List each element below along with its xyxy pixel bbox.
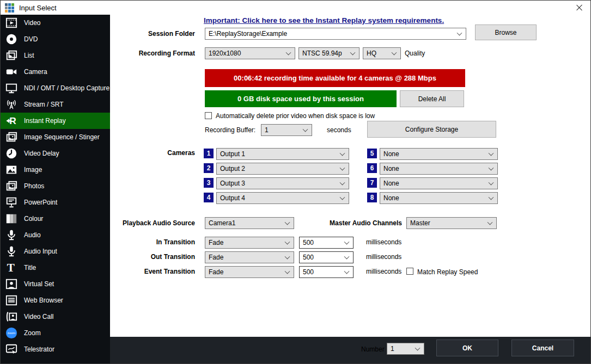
photo-stack-icon bbox=[5, 131, 19, 143]
microphone-input-icon bbox=[5, 245, 19, 257]
in-transition-effect-select[interactable]: Fade bbox=[205, 237, 294, 249]
clock-icon bbox=[5, 147, 19, 159]
event-transition-effect-select[interactable]: Fade bbox=[205, 266, 294, 278]
monitor-icon bbox=[5, 82, 19, 94]
recording-buffer-select[interactable]: 1 bbox=[261, 124, 312, 136]
cancel-button[interactable]: Cancel bbox=[511, 340, 574, 356]
event-transition-label: Event Transition bbox=[131, 268, 195, 275]
match-replay-speed-label: Match Replay Speed bbox=[417, 268, 478, 276]
svg-text:zoom: zoom bbox=[8, 331, 16, 335]
out-transition-duration-select[interactable]: 500 bbox=[299, 251, 354, 263]
svg-text:T: T bbox=[7, 262, 15, 274]
sidebar-item-video[interactable]: Video bbox=[1, 15, 110, 31]
sidebar-item-ndi-omt-desktop-capture[interactable]: NDI / OMT / Desktop Capture bbox=[1, 80, 110, 96]
browse-button[interactable]: Browse bbox=[475, 24, 537, 40]
sidebar-item-telestrator[interactable]: Telestrator bbox=[1, 341, 110, 357]
recording-buffer-units-label: seconds bbox=[327, 126, 351, 134]
delete-all-button[interactable]: Delete All bbox=[400, 90, 464, 107]
sidebar-item-video-call[interactable]: Video Call bbox=[1, 309, 110, 325]
camera-5-select[interactable]: None bbox=[380, 148, 498, 160]
camera-slot-number: 3 bbox=[204, 178, 214, 188]
camera-slot-number: 6 bbox=[367, 163, 377, 173]
window-title: Input Select bbox=[19, 4, 57, 12]
camera-slot-number: 5 bbox=[367, 149, 377, 158]
ok-button[interactable]: OK bbox=[436, 340, 498, 356]
camera-6-select[interactable]: None bbox=[380, 163, 498, 175]
quality-select[interactable]: HQ bbox=[363, 47, 401, 59]
camera-2-select[interactable]: Output 2 bbox=[216, 163, 349, 175]
number-select[interactable]: 1 bbox=[387, 343, 424, 355]
sidebar-item-zoom[interactable]: zoomZoom bbox=[1, 325, 110, 341]
title-bar: Input Select bbox=[1, 1, 590, 15]
sidebar-item-image[interactable]: Image bbox=[1, 162, 110, 178]
sidebar-item-photos[interactable]: Photos bbox=[1, 178, 110, 194]
input-select-dialog: Input Select Video DVD List Camera NDI /… bbox=[0, 0, 591, 364]
camera-icon bbox=[5, 66, 19, 78]
auto-delete-checkbox[interactable] bbox=[205, 112, 212, 119]
system-requirements-link[interactable]: Important: Click here to see the Instant… bbox=[204, 16, 444, 24]
disk-space-banner: 0 GB disk space used by this session bbox=[205, 90, 397, 107]
resolution-select[interactable]: 1920x1080 bbox=[205, 47, 295, 59]
in-transition-duration-select[interactable]: 500 bbox=[299, 237, 354, 249]
event-transition-units-label: milliseconds bbox=[366, 268, 401, 275]
recording-format-label: Recording Format bbox=[104, 50, 195, 57]
camera-slot-number: 8 bbox=[367, 193, 377, 202]
sidebar-item-audio[interactable]: Audio bbox=[1, 227, 110, 243]
vmix-grid-icon bbox=[5, 3, 14, 13]
sidebar-item-colour[interactable]: Colour bbox=[1, 211, 110, 227]
out-transition-effect-select[interactable]: Fade bbox=[205, 251, 294, 263]
sidebar-item-dvd[interactable]: DVD bbox=[1, 31, 110, 47]
photos-icon bbox=[5, 180, 19, 192]
number-label: Number bbox=[361, 346, 385, 353]
sidebar-item-camera[interactable]: Camera bbox=[1, 64, 110, 80]
camera-4-select[interactable]: Output 4 bbox=[216, 192, 349, 204]
dvd-icon bbox=[5, 33, 19, 45]
frame-rate-select[interactable]: NTSC 59.94p bbox=[298, 47, 360, 59]
microphone-icon bbox=[5, 229, 19, 241]
camera-7-select[interactable]: None bbox=[380, 177, 498, 189]
sidebar-item-list[interactable]: List bbox=[1, 47, 110, 64]
camera-slot-number: 4 bbox=[204, 193, 214, 202]
in-transition-label: In Transition bbox=[131, 238, 195, 246]
video-call-icon bbox=[5, 311, 19, 323]
list-icon bbox=[5, 50, 19, 61]
camera-1-select[interactable]: Output 1 bbox=[216, 148, 349, 160]
session-folder-select[interactable]: E:\ReplayStorage\Example bbox=[205, 28, 466, 40]
sidebar-item-video-delay[interactable]: Video Delay bbox=[1, 145, 110, 162]
configure-storage-button[interactable]: Configure Storage bbox=[367, 121, 496, 138]
master-audio-channels-label: Master Audio Channels bbox=[316, 219, 402, 227]
out-transition-units-label: milliseconds bbox=[366, 253, 401, 261]
presentation-icon bbox=[5, 196, 19, 208]
sidebar-item-web-browser[interactable]: Web Browser bbox=[1, 292, 110, 309]
sidebar-item-title[interactable]: TTitle bbox=[1, 260, 110, 276]
sidebar-item-virtual-set[interactable]: Virtual Set bbox=[1, 276, 110, 292]
camera-slot-number: 2 bbox=[204, 163, 214, 173]
in-transition-units-label: milliseconds bbox=[366, 238, 401, 246]
master-audio-channels-select[interactable]: Master bbox=[406, 217, 497, 229]
sidebar-item-instant-replay[interactable]: RInstant Replay bbox=[1, 113, 110, 129]
cameras-label: Cameras bbox=[137, 149, 195, 157]
match-replay-speed-checkbox[interactable] bbox=[406, 268, 413, 275]
playback-audio-source-select[interactable]: Camera1 bbox=[205, 217, 294, 229]
sidebar-item-image-sequence-stinger[interactable]: Image Sequence / Stinger bbox=[1, 129, 110, 145]
recording-time-banner: 00:06:42 recording time available for 4 … bbox=[205, 69, 465, 87]
camera-8-select[interactable]: None bbox=[380, 192, 498, 204]
video-icon bbox=[5, 17, 19, 29]
antenna-icon bbox=[5, 98, 19, 110]
sidebar-item-audio-input[interactable]: Audio Input bbox=[1, 243, 110, 260]
camera-3-select[interactable]: Output 3 bbox=[216, 177, 349, 189]
session-folder-label: Session Folder bbox=[120, 30, 195, 38]
close-icon[interactable] bbox=[575, 4, 583, 11]
sidebar-item-powerpoint[interactable]: PowerPoint bbox=[1, 194, 110, 211]
replay-icon: R bbox=[5, 115, 19, 127]
camera-slot-number: 7 bbox=[367, 178, 377, 188]
zoom-icon: zoom bbox=[5, 327, 19, 339]
quality-label: Quality bbox=[405, 50, 425, 57]
virtual-set-icon bbox=[5, 278, 19, 290]
title-icon: T bbox=[5, 262, 19, 274]
playback-audio-source-label: Playback Audio Source bbox=[109, 219, 195, 227]
event-transition-duration-select[interactable]: 500 bbox=[299, 266, 354, 278]
auto-delete-label: Automatically delete prior video when di… bbox=[216, 112, 375, 120]
sidebar-item-stream-srt[interactable]: Stream / SRT bbox=[1, 96, 110, 113]
recording-buffer-label: Recording Buffer: bbox=[205, 126, 255, 134]
